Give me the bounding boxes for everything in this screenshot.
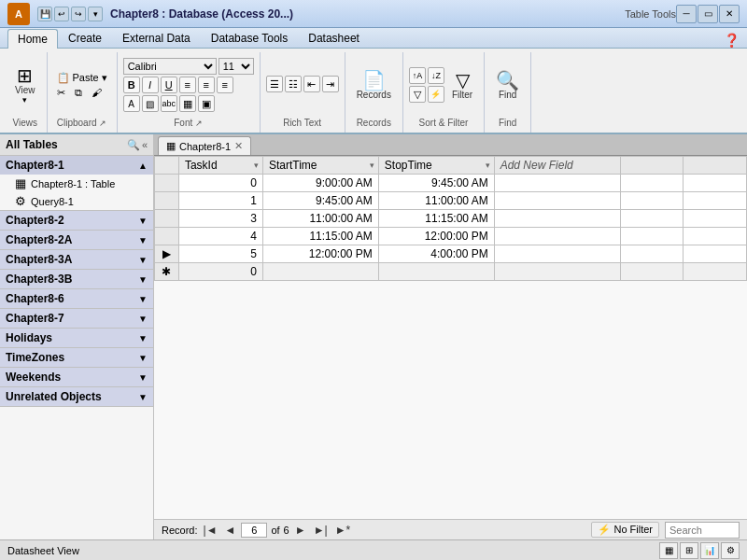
new-row-taskid[interactable]: 0 [178, 263, 262, 281]
sidebar-section-weekends[interactable]: Weekends ▼ [0, 368, 153, 387]
font-family-select[interactable]: Calibri [123, 58, 217, 75]
toggle-filter-button[interactable]: ⚡ [428, 86, 444, 103]
cell-stoptime-0[interactable]: 9:45:00 AM [378, 175, 494, 192]
sidebar-section-header-chapter8-1[interactable]: Chapter8-1 ▲ [0, 156, 153, 175]
tab-close-button[interactable]: ✕ [234, 140, 243, 152]
sort-icon-starttime[interactable]: ▾ [370, 161, 374, 170]
align-right-button[interactable]: ≡ [217, 77, 233, 93]
sidebar-collapse-icon[interactable]: « [142, 139, 148, 151]
view-dropdown-icon[interactable]: ▾ [22, 95, 27, 105]
sort-icon-stoptime[interactable]: ▾ [486, 161, 490, 170]
italic-button[interactable]: I [142, 77, 159, 93]
cell-new-1[interactable] [494, 192, 620, 210]
sidebar-section-unrelated-objects[interactable]: Unrelated Objects ▼ [0, 387, 153, 407]
tab-external-data[interactable]: External Data [112, 28, 201, 48]
paste-dropdown[interactable]: ▾ [102, 72, 107, 84]
sidebar-section-timezones[interactable]: TimeZones ▼ [0, 348, 153, 368]
last-record-button[interactable]: ►| [312, 524, 330, 537]
sidebar-section-holidays[interactable]: Holidays ▼ [0, 329, 153, 348]
design-view-button[interactable]: ⚙ [721, 542, 740, 559]
table-row[interactable]: 0 9:00:00 AM 9:45:00 AM [155, 175, 747, 192]
list-bullet-button[interactable]: ☰ [266, 76, 283, 92]
dropdown-ctrl[interactable]: ▾ [88, 7, 103, 21]
cell-stoptime-2[interactable]: 11:15:00 AM [378, 210, 494, 228]
sidebar-item-chapter8-1-table[interactable]: ▦ Chapter8-1 : Table [0, 175, 153, 192]
records-button[interactable]: 📄 Records [351, 67, 397, 104]
table-row[interactable]: ▶ 5 12:00:00 PM 4:00:00 PM [155, 245, 747, 263]
format2-button[interactable]: abc [161, 95, 177, 112]
prev-record-button[interactable]: ◄ [223, 524, 238, 537]
cell-taskid-4[interactable]: 5 [178, 245, 262, 263]
cell-starttime-1[interactable]: 9:45:00 AM [262, 192, 378, 210]
cell-starttime-3[interactable]: 11:15:00 AM [262, 228, 378, 245]
find-button[interactable]: 🔍 Find [490, 67, 525, 104]
save-ctrl[interactable]: 💾 [37, 7, 52, 21]
pivot-chart-button[interactable]: 📊 [700, 542, 719, 559]
cell-starttime-4[interactable]: 12:00:00 PM [262, 245, 378, 263]
tab-home[interactable]: Home [7, 29, 58, 49]
new-row-newfield[interactable] [494, 263, 620, 281]
cell-new-4[interactable] [494, 245, 620, 263]
col-header-starttime[interactable]: StartTime ▾ [262, 157, 378, 175]
undo-ctrl[interactable]: ↩ [54, 7, 69, 21]
datasheet-view-button[interactable]: ▦ [659, 542, 678, 559]
search-input[interactable] [665, 522, 740, 539]
cell-taskid-1[interactable]: 1 [178, 192, 262, 210]
col-header-new-field[interactable]: Add New Field [494, 157, 620, 175]
col-header-stoptime[interactable]: StopTime ▾ [378, 157, 494, 175]
pivot-table-button[interactable]: ⊞ [680, 542, 698, 559]
copy-button[interactable]: ⧉ [71, 86, 86, 100]
filter-icon-button[interactable]: ▽ [409, 86, 426, 103]
font-expand-icon[interactable]: ↗ [195, 119, 203, 128]
sidebar-search-icon[interactable]: 🔍 [127, 139, 140, 151]
sidebar-item-query8-1[interactable]: ⚙ Query8-1 [0, 192, 153, 210]
tab-database-tools[interactable]: Database Tools [201, 28, 299, 48]
filter-button[interactable]: ▽ Filter [446, 67, 478, 104]
align-center-button[interactable]: ≡ [198, 77, 215, 93]
new-row-starttime[interactable] [262, 263, 378, 281]
sort-asc-button[interactable]: ↑A [409, 67, 426, 84]
help-icon[interactable]: ❓ [724, 33, 740, 48]
clipboard-expand-icon[interactable]: ↗ [99, 119, 106, 128]
indent-button[interactable]: ⇥ [322, 76, 339, 92]
table-new-row[interactable]: ✱ 0 [155, 263, 747, 281]
table-row[interactable]: 1 9:45:00 AM 11:00:00 AM [155, 192, 747, 210]
sidebar-section-chapter8-2[interactable]: Chapter8-2 ▼ [0, 211, 153, 231]
cell-new-0[interactable] [494, 175, 620, 192]
cell-stoptime-1[interactable]: 11:00:00 AM [378, 192, 494, 210]
sidebar-section-chapter8-2a[interactable]: Chapter8-2A ▼ [0, 231, 153, 250]
cell-stoptime-3[interactable]: 12:00:00 PM [378, 228, 494, 245]
minimize-button[interactable]: ─ [676, 5, 697, 23]
sidebar-section-chapter8-7[interactable]: Chapter8-7 ▼ [0, 309, 153, 329]
no-filter-button[interactable]: ⚡ No Filter [591, 522, 659, 538]
close-button[interactable]: ✕ [719, 5, 740, 23]
table-row[interactable]: 4 11:15:00 AM 12:00:00 PM [155, 228, 747, 245]
cut-button[interactable]: ✂ [53, 86, 69, 100]
bold-button[interactable]: B [123, 77, 140, 93]
font-size-select[interactable]: 11 [218, 58, 254, 75]
view-button[interactable]: ⊞ View ▾ [9, 63, 41, 108]
align-left-button[interactable]: ≡ [179, 77, 196, 93]
alt-grid-button[interactable]: ▣ [198, 95, 215, 112]
sidebar-section-chapter8-3b[interactable]: Chapter8-3B ▼ [0, 270, 153, 289]
sort-desc-button[interactable]: ↓Z [428, 67, 444, 84]
tab-create[interactable]: Create [58, 28, 112, 48]
next-record-button[interactable]: ► [293, 524, 308, 537]
current-record-input[interactable] [241, 523, 267, 538]
paste-button[interactable]: 📋 Paste ▾ [53, 71, 111, 85]
tab-chapter8-1[interactable]: ▦ Chapter8-1 ✕ [158, 136, 251, 155]
cell-taskid-2[interactable]: 3 [178, 210, 262, 228]
cell-taskid-3[interactable]: 4 [178, 228, 262, 245]
list-number-button[interactable]: ☷ [285, 76, 302, 92]
tab-datasheet[interactable]: Datasheet [298, 28, 370, 48]
first-record-button[interactable]: |◄ [202, 524, 219, 537]
new-record-button[interactable]: ►* [333, 524, 353, 537]
datasheet-wrapper[interactable]: TaskId ▾ StartTime ▾ StopTime ▾ Add New … [154, 156, 747, 519]
cell-starttime-2[interactable]: 11:00:00 AM [262, 210, 378, 228]
sort-icon-taskid[interactable]: ▾ [254, 161, 259, 170]
redo-ctrl[interactable]: ↪ [71, 7, 86, 21]
cell-starttime-0[interactable]: 9:00:00 AM [262, 175, 378, 192]
restore-button[interactable]: ▭ [698, 5, 718, 23]
cell-new-2[interactable] [494, 210, 620, 228]
table-row[interactable]: 3 11:00:00 AM 11:15:00 AM [155, 210, 747, 228]
